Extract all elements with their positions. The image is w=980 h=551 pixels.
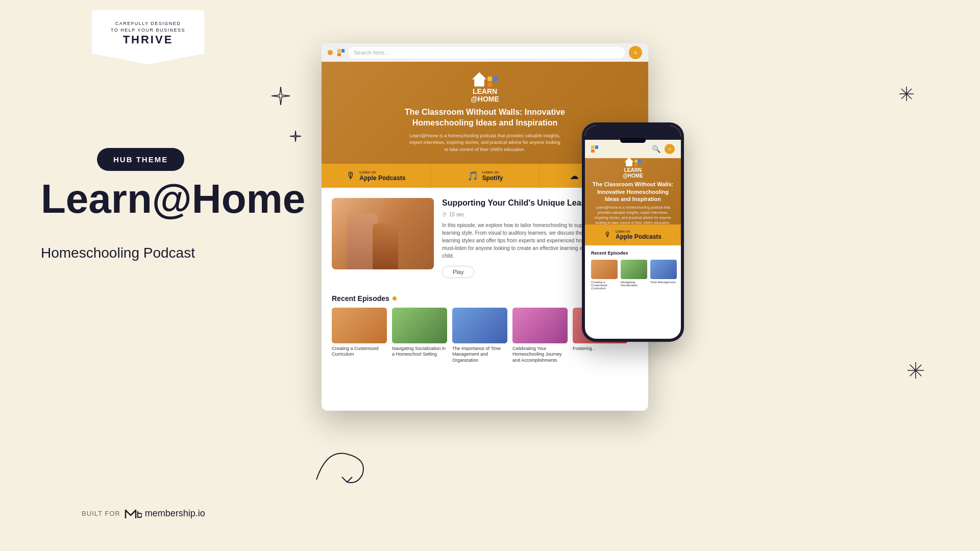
star-decoration-3 xyxy=(899,87,914,103)
left-panel: CAREFULLY DESIGNED TO HELP YOUR BUSINESS… xyxy=(0,0,327,551)
apple-podcasts-text: Listen on Apple Podcasts xyxy=(359,170,405,182)
mobile-recent-label-1: Creating a Customized Curriculum xyxy=(591,281,618,290)
mobile-menu-icon[interactable]: ≡ xyxy=(665,144,675,154)
banner-line2: TO HELP YOUR BUSINESS xyxy=(102,27,194,34)
episode-person-2 xyxy=(373,223,398,269)
recent-episode-1: Creating a Customized Curriculum xyxy=(332,308,387,364)
browser-hero-logo: LEARN @HOME xyxy=(471,72,499,104)
menu-icon: ≡ xyxy=(634,50,637,56)
soundcloud-icon: ☁ xyxy=(570,170,579,182)
logo-block-orange xyxy=(337,53,341,57)
mobile-recent-thumb-3 xyxy=(650,260,677,279)
logo-blue xyxy=(493,77,498,81)
mobile-hero-description: Learn@Home is a homeschooling podcast th… xyxy=(591,205,675,225)
mobile-hero-logo-text: LEARN @HOME xyxy=(623,167,643,179)
thumb-4-bg xyxy=(512,308,568,343)
mobile-apple-podcasts-button[interactable]: 🎙 Listen on Apple Podcasts xyxy=(585,224,681,245)
logo-block-yellow xyxy=(337,49,341,53)
browser-bar: Search here... ≡ xyxy=(322,43,648,62)
thumb-2-bg xyxy=(392,308,447,343)
main-title: Learn@Home xyxy=(41,179,305,219)
mobile-top-icons: 🔍 ≡ xyxy=(652,144,675,154)
mobile-recent-3: Time Management xyxy=(650,260,677,290)
recent-episode-2: Navigating Socialization in a Homeschool… xyxy=(392,308,447,364)
logo-block-blue xyxy=(341,49,345,53)
browser-menu-button[interactable]: ≡ xyxy=(629,46,642,59)
mobile-podcast-icon: 🎙 xyxy=(604,231,611,239)
mobile-logo-orange xyxy=(591,149,595,153)
clock-icon: ⏱ xyxy=(442,212,447,217)
house-icon xyxy=(472,72,486,87)
apple-podcasts-button[interactable]: 🎙 Listen on Apple Podcasts xyxy=(322,164,431,188)
mobile-hero-logo: LEARN @HOME xyxy=(623,157,643,179)
banner: CAREFULLY DESIGNED TO HELP YOUR BUSINESS… xyxy=(92,10,204,64)
mobile-recent-label-3: Time Management xyxy=(650,281,677,284)
recent-label-5: Fostering... xyxy=(573,346,628,352)
mobile-recent-1: Creating a Customized Curriculum xyxy=(591,260,618,290)
mb-blue xyxy=(638,160,641,163)
mobile-search-icon[interactable]: 🔍 xyxy=(652,145,660,154)
thumb-1-bg xyxy=(332,308,387,343)
mobile-inner: 🔍 ≡ LEARN @HOM xyxy=(585,126,681,339)
hero-logo-text: LEARN @HOME xyxy=(471,88,499,104)
mb-empty xyxy=(638,163,641,166)
logo-orange xyxy=(487,82,492,87)
subtitle: Homeschooling Podcast xyxy=(41,245,195,261)
search-placeholder: Search here... xyxy=(354,49,389,56)
mobile-logo-blue xyxy=(595,145,599,149)
mobile-notch xyxy=(620,138,646,143)
membership-name: membership.io xyxy=(145,508,205,519)
membership-m-icon xyxy=(125,506,142,520)
recent-label-2: Navigating Socialization in a Homeschool… xyxy=(392,346,447,358)
mobile-hero: LEARN @HOME The Classroom Without Walls:… xyxy=(585,158,681,224)
mobile-mockup: 🔍 ≡ LEARN @HOM xyxy=(582,122,684,342)
mobile-section-title: Recent Episodes xyxy=(591,251,675,256)
mobile-recent-thumb-2 xyxy=(621,260,647,279)
mb-orange xyxy=(634,163,638,166)
built-for-section: BUILT FOR membership.io xyxy=(82,506,205,520)
thumb-3-bg xyxy=(452,308,507,343)
logo-color-blocks xyxy=(487,77,498,87)
membership-logo: membership.io xyxy=(125,506,205,520)
mobile-logo-empty xyxy=(595,149,599,153)
mobile-hero-title: The Classroom Without Walls: Innovative … xyxy=(591,181,675,203)
recent-label-4: Celebrating Your Homeschooling Journey a… xyxy=(512,346,568,364)
mobile-recent-grid: Creating a Customized Curriculum Navigat… xyxy=(591,260,675,290)
built-for-label: BUILT FOR xyxy=(82,510,120,517)
mb-yellow xyxy=(634,160,638,163)
recent-thumb-3 xyxy=(452,308,507,343)
mobile-notch-bar xyxy=(585,126,681,140)
recent-label-1: Creating a Customized Curriculum xyxy=(332,346,387,358)
mobile-logo-yellow xyxy=(591,145,595,149)
recent-thumb-4 xyxy=(512,308,568,343)
mobile-color-blocks xyxy=(634,160,641,166)
hub-theme-badge: HUB THEME xyxy=(97,148,184,171)
logo-yellow xyxy=(487,77,492,81)
mobile-logo-small xyxy=(591,145,598,153)
mobile-recent-2: Navigating Socialization xyxy=(621,260,647,290)
recent-dot-indicator xyxy=(393,296,397,300)
play-button[interactable]: Play xyxy=(442,266,474,278)
recent-thumb-2 xyxy=(392,308,447,343)
banner-thrive: THRIVE xyxy=(102,33,194,46)
spotify-icon: 🎵 xyxy=(467,170,478,182)
recent-episode-4: Celebrating Your Homeschooling Journey a… xyxy=(512,308,568,364)
spotify-text: Listen on Spotify xyxy=(482,170,503,182)
hero-logo-icon xyxy=(472,72,498,87)
recent-thumb-1 xyxy=(332,308,387,343)
mobile-content: Recent Episodes Creating a Customized Cu… xyxy=(585,245,681,339)
logo-block-empty xyxy=(341,53,345,57)
browser-hero-description: Learn@Home is a homeschooling podcast th… xyxy=(408,133,561,154)
banner-line1: CAREFULLY DESIGNED xyxy=(102,20,194,27)
mobile-hero-logo-icon xyxy=(623,157,643,166)
recent-label-3: The Importance of Time Management and Or… xyxy=(452,346,507,364)
browser-dot-yellow xyxy=(328,50,333,55)
mobile-recent-label-2: Navigating Socialization xyxy=(621,281,647,287)
mobile-podcast-texts: Listen on Apple Podcasts xyxy=(616,230,662,240)
logo-empty xyxy=(493,82,498,87)
mobile-house-icon xyxy=(624,157,633,166)
spotify-button[interactable]: 🎵 Listen on Spotify xyxy=(431,164,540,188)
star-decoration-4 xyxy=(908,362,924,381)
recent-episode-3: The Importance of Time Management and Or… xyxy=(452,308,507,364)
browser-search-bar[interactable]: Search here... xyxy=(349,47,625,58)
